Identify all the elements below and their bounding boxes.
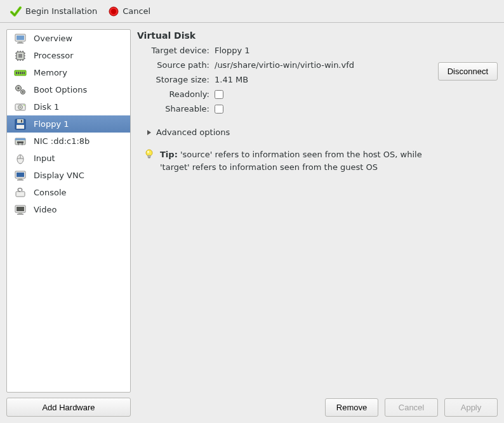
target-device-value: Floppy 1 (215, 46, 498, 55)
cancel-installation-button[interactable]: Cancel (103, 4, 156, 19)
svg-rect-39 (15, 138, 25, 140)
svg-rect-23 (20, 72, 21, 74)
toolbar: Begin Installation Cancel (0, 0, 504, 23)
advanced-options-label: Advanced options (156, 127, 230, 137)
sidebar-item-label: Processor (34, 51, 74, 60)
svg-rect-50 (16, 192, 25, 197)
sidebar-item-display-vnc[interactable]: Display VNC (7, 167, 130, 184)
sidebar-item-label: Console (34, 188, 67, 197)
svg-rect-41 (18, 143, 19, 145)
section-title: Virtual Disk (137, 30, 498, 41)
tip-body: 'source' refers to information seen from… (160, 150, 422, 172)
floppy-icon (13, 117, 27, 131)
ram-icon (13, 66, 27, 80)
sidebar-item-label: Disk 1 (34, 102, 59, 112)
svg-rect-57 (149, 157, 150, 159)
svg-rect-3 (17, 36, 24, 40)
svg-point-58 (147, 151, 149, 153)
svg-point-55 (146, 150, 152, 156)
mouse-icon (13, 152, 27, 166)
main-pane: Virtual Disk Target device: Floppy 1 Sou… (137, 29, 498, 417)
readonly-label: Readonly: (146, 89, 209, 99)
storage-size-label: Storage size: (146, 75, 209, 84)
sidebar-item-label: Overview (34, 34, 72, 43)
sidebar-item-label: Boot Options (34, 85, 87, 94)
expander-icon (146, 129, 152, 136)
left-column: OverviewProcessorMemoryBoot OptionsDisk … (6, 29, 131, 417)
video-icon (13, 203, 27, 217)
svg-rect-54 (17, 214, 23, 215)
svg-rect-5 (17, 42, 23, 44)
shareable-label: Shareable: (146, 104, 209, 114)
stop-icon (109, 6, 119, 16)
cpu-icon (13, 49, 27, 63)
svg-rect-36 (21, 120, 22, 122)
sidebar-item-label: Memory (34, 68, 67, 77)
svg-rect-52 (17, 207, 24, 211)
sidebar-item-nic-dd-c1-8b[interactable]: NIC :dd:c1:8b (7, 133, 130, 150)
readonly-checkbox[interactable] (215, 90, 223, 99)
svg-rect-49 (17, 179, 23, 181)
svg-rect-56 (148, 155, 150, 157)
add-hardware-button[interactable]: Add Hardware (6, 398, 131, 417)
main-content: Virtual Disk Target device: Floppy 1 Sou… (137, 29, 498, 393)
sidebar-item-disk-1[interactable]: Disk 1 (7, 98, 130, 115)
sidebar-item-console[interactable]: Console (7, 184, 130, 201)
svg-rect-7 (18, 54, 22, 58)
tip-row: Tip: 'source' refers to information seen… (143, 148, 498, 173)
svg-point-33 (23, 105, 25, 106)
svg-rect-24 (22, 72, 23, 74)
svg-point-27 (18, 87, 20, 89)
footer: Remove Cancel Apply (137, 398, 498, 417)
sidebar-item-label: NIC :dd:c1:8b (34, 136, 90, 146)
target-device-label: Target device: (146, 46, 209, 55)
svg-point-29 (22, 91, 23, 92)
svg-rect-47 (17, 172, 24, 177)
svg-rect-35 (17, 119, 23, 123)
gears-icon (13, 83, 27, 97)
lightbulb-icon (143, 148, 155, 160)
svg-rect-4 (18, 41, 22, 42)
tip-text: Tip: 'source' refers to information seen… (160, 148, 433, 173)
cancel-installation-label: Cancel (123, 6, 150, 16)
monitor-icon (13, 32, 27, 46)
begin-installation-label: Begin Installation (25, 6, 97, 16)
sidebar-item-label: Video (34, 205, 56, 214)
nic-icon (13, 134, 27, 148)
source-path-label: Source path: (146, 60, 209, 70)
sidebar-item-memory[interactable]: Memory (7, 64, 130, 81)
remove-button[interactable]: Remove (325, 398, 378, 417)
svg-point-32 (20, 107, 21, 108)
svg-rect-21 (16, 72, 17, 74)
cancel-button[interactable]: Cancel (385, 398, 438, 417)
svg-rect-48 (18, 178, 22, 179)
svg-rect-53 (18, 212, 22, 214)
svg-rect-40 (17, 141, 23, 143)
hardware-sidebar: OverviewProcessorMemoryBoot OptionsDisk … (6, 29, 131, 393)
apply-button[interactable]: Apply (444, 398, 498, 417)
begin-installation-button[interactable]: Begin Installation (5, 3, 102, 20)
tip-bold: Tip: (160, 150, 178, 159)
sidebar-item-label: Display VNC (34, 171, 84, 180)
svg-rect-37 (17, 125, 24, 129)
shareable-checkbox[interactable] (215, 105, 223, 114)
sidebar-item-label: Floppy 1 (34, 119, 69, 129)
sidebar-item-label: Input (34, 153, 55, 163)
sidebar-item-boot-options[interactable]: Boot Options (7, 81, 130, 98)
check-icon (10, 6, 22, 17)
svg-rect-25 (23, 72, 25, 74)
main-body: OverviewProcessorMemoryBoot OptionsDisk … (0, 23, 504, 423)
sidebar-item-floppy-1[interactable]: Floppy 1 (7, 115, 130, 133)
svg-point-1 (111, 8, 116, 13)
sidebar-item-processor[interactable]: Processor (7, 47, 130, 64)
advanced-options-expander[interactable]: Advanced options (146, 127, 498, 137)
sidebar-item-overview[interactable]: Overview (7, 30, 130, 47)
sidebar-item-video[interactable]: Video (7, 201, 130, 218)
display-icon (13, 169, 27, 183)
svg-rect-22 (18, 72, 19, 74)
svg-rect-42 (22, 143, 23, 145)
sidebar-item-input[interactable]: Input (7, 150, 130, 167)
console-icon (13, 186, 27, 200)
disk-icon (13, 100, 27, 114)
disconnect-button[interactable]: Disconnect (438, 62, 498, 81)
